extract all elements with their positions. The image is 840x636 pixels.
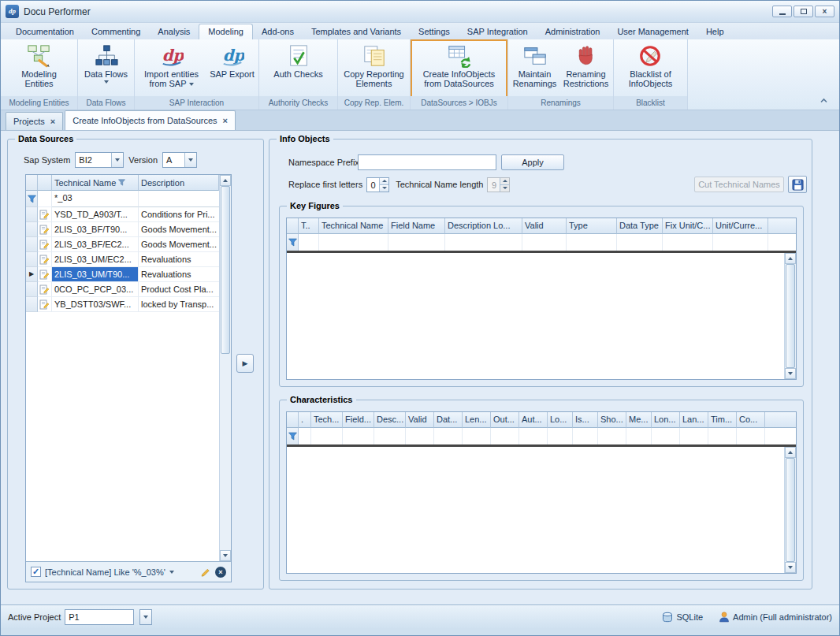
filter-cell[interactable] (522, 234, 567, 251)
filter-cell[interactable] (491, 428, 519, 444)
column-header[interactable]: Desc... (374, 412, 406, 428)
column-header[interactable]: Dat... (434, 412, 463, 428)
column-header[interactable]: Valid (522, 218, 567, 234)
grid-vertical-scrollbar[interactable] (219, 175, 231, 561)
column-header[interactable]: Unit/Curre... (713, 218, 768, 234)
filter-cell[interactable] (617, 234, 663, 251)
filter-cell-description[interactable] (139, 191, 219, 207)
column-header[interactable]: Data Type (617, 218, 663, 234)
scroll-down-icon[interactable] (785, 368, 796, 379)
close-button[interactable]: × (815, 6, 834, 17)
active-project-combo[interactable]: P1 (65, 609, 134, 625)
column-header-technical-name[interactable]: Technical Name (52, 175, 139, 191)
column-header[interactable]: Fix Unit/C... (663, 218, 713, 234)
spinner-down-icon[interactable] (380, 184, 388, 192)
filter-cell[interactable] (374, 428, 406, 444)
table-row[interactable]: 2LIS_03_UM/EC2... Revaluations (26, 252, 219, 267)
ribbon-tab-documentation[interactable]: Documentation (7, 24, 83, 39)
maximize-button[interactable] (794, 6, 813, 17)
ribbon-tab-administration[interactable]: Administration (537, 24, 609, 39)
filter-cell[interactable] (388, 234, 445, 251)
sap-system-combo[interactable]: BI2 (75, 152, 124, 168)
scrollbar-track[interactable] (785, 264, 796, 368)
sap-export-button[interactable]: dp SAP Export (207, 42, 258, 80)
table-row[interactable]: YB_DSTT03/SWF... locked by Transp... (26, 297, 219, 312)
maintain-renamings-button[interactable]: Maintain Renamings (510, 42, 560, 90)
ribbon-collapse-button[interactable] (817, 95, 830, 106)
technical-name-length-spinner[interactable]: 9 (487, 177, 510, 192)
filter-cell[interactable] (519, 428, 548, 444)
filter-cell[interactable] (434, 428, 463, 444)
column-header[interactable]: Lan... (680, 412, 708, 428)
ribbon-tab-templates[interactable]: Templates and Variants (303, 24, 410, 39)
filter-cell[interactable] (406, 428, 434, 444)
chevron-down-icon[interactable] (111, 153, 123, 167)
edit-filter-icon[interactable] (200, 567, 211, 578)
table-row-selected[interactable]: ▶ 2LIS_03_UM/T90... Revaluations (26, 267, 219, 282)
chevron-down-icon[interactable] (169, 571, 174, 574)
filter-cell[interactable] (713, 234, 768, 251)
copy-reporting-elements-button[interactable]: Copy Reporting Elements (341, 42, 406, 90)
replace-first-letters-spinner[interactable]: 0 (366, 177, 389, 192)
column-header[interactable]: Lo... (548, 412, 573, 428)
column-header[interactable]: . (299, 412, 311, 428)
filter-cell[interactable] (708, 428, 737, 444)
tab-close-icon[interactable]: × (223, 117, 228, 125)
filter-cell[interactable] (567, 234, 617, 251)
scrollbar-thumb[interactable] (221, 186, 230, 354)
ribbon-tab-modeling[interactable]: Modeling (199, 24, 253, 39)
scroll-up-icon[interactable] (220, 175, 231, 186)
filter-cell[interactable] (663, 234, 713, 251)
tab-create-infoobjects-from-datasources[interactable]: Create InfoObjects from DataSources × (65, 110, 236, 130)
filter-cell[interactable] (299, 428, 311, 444)
column-header[interactable]: Type (567, 218, 617, 234)
ribbon-tab-sap-integration[interactable]: SAP Integration (459, 24, 537, 39)
ribbon-tab-analysis[interactable]: Analysis (149, 24, 199, 39)
scrollbar-thumb[interactable] (786, 458, 795, 562)
filter-cell[interactable] (652, 428, 680, 444)
column-header[interactable]: Lon... (652, 412, 680, 428)
import-entities-from-sap-button[interactable]: dp Import entities from SAP (136, 42, 207, 90)
filter-cell[interactable] (343, 428, 374, 444)
column-header-description[interactable]: Description (139, 175, 219, 191)
column-header[interactable]: Description Lo... (445, 218, 522, 234)
filter-cell[interactable] (319, 234, 388, 251)
filter-cell[interactable] (737, 428, 765, 444)
filter-cell[interactable] (598, 428, 626, 444)
clear-filter-icon[interactable]: × (215, 567, 226, 578)
filter-cell[interactable] (626, 428, 652, 444)
ribbon-tab-commenting[interactable]: Commenting (83, 24, 149, 39)
version-combo[interactable]: A (162, 152, 197, 168)
column-header[interactable]: Field... (343, 412, 374, 428)
filter-cell[interactable] (573, 428, 598, 444)
column-header[interactable]: T.. (299, 218, 319, 234)
filter-expression[interactable]: [Technical Name] Like '%_03%' (45, 567, 165, 577)
namespace-prefix-input[interactable] (358, 154, 496, 170)
blacklist-of-infoobjects-button[interactable]: Blacklist of InfoObjects (626, 42, 675, 90)
ribbon-tab-help[interactable]: Help (697, 24, 733, 39)
column-header[interactable]: Aut... (519, 412, 548, 428)
column-header[interactable]: Is... (573, 412, 598, 428)
scroll-down-icon[interactable] (220, 550, 231, 561)
scrollbar-track[interactable] (220, 186, 231, 550)
filter-cell[interactable] (463, 428, 491, 444)
save-button[interactable] (788, 176, 807, 193)
column-header[interactable]: Tim... (708, 412, 737, 428)
auth-checks-button[interactable]: Auth Checks (271, 42, 325, 80)
filter-enabled-checkbox[interactable]: ✓ (31, 567, 41, 577)
column-header[interactable]: Sho... (598, 412, 626, 428)
column-header[interactable]: Field Name (388, 218, 445, 234)
minimize-button[interactable] (772, 6, 792, 17)
grid-vertical-scrollbar[interactable] (784, 253, 796, 379)
modeling-entities-button[interactable]: Modeling Entities (19, 42, 59, 90)
scroll-down-icon[interactable] (785, 562, 796, 573)
filter-cell[interactable] (311, 428, 343, 444)
column-header[interactable]: Me... (626, 412, 652, 428)
column-header[interactable]: Valid (406, 412, 434, 428)
column-header[interactable]: Len... (463, 412, 491, 428)
tab-projects[interactable]: Projects × (6, 112, 63, 130)
renaming-restrictions-button[interactable]: Renaming Restrictions (560, 42, 612, 90)
filter-funnel-icon[interactable] (118, 179, 125, 186)
scrollbar-track[interactable] (785, 458, 796, 562)
tab-close-icon[interactable]: × (50, 117, 55, 125)
